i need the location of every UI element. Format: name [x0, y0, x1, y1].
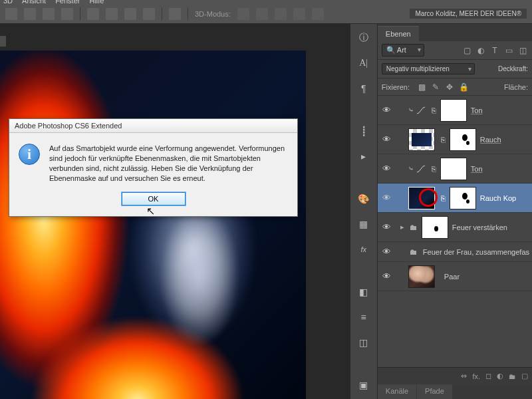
group-icon[interactable]: 🖿 [509, 372, 516, 380]
new-layer-icon[interactable]: ▢ [521, 372, 528, 380]
layer-row[interactable]: 👁 Paar [378, 262, 532, 291]
layer-name[interactable]: Rauch [480, 136, 501, 144]
character-icon[interactable]: A| [355, 55, 372, 72]
history-icon[interactable]: ▣ [355, 376, 372, 394]
layer-row[interactable]: 👁 ⎘ Rauch [378, 125, 532, 154]
link-icon[interactable]: ⎘ [430, 165, 439, 173]
layer-name[interactable]: Feuer verstärken [452, 223, 507, 231]
adjustment-icon[interactable]: ◐ [497, 372, 503, 380]
layer-mask-thumb[interactable] [450, 128, 476, 151]
folder-icon: 🖿 [408, 247, 419, 257]
distribute-icon[interactable] [87, 8, 99, 20]
layer-name[interactable]: Rauch Kop [480, 194, 516, 202]
blend-mode-dropdown[interactable]: Negativ multiplizieren [382, 63, 475, 74]
link-icon[interactable]: ⎘ [439, 136, 448, 144]
actions-icon[interactable]: ▸ [355, 148, 372, 165]
expand-icon[interactable]: ▸ [396, 223, 408, 231]
lock-all-icon[interactable]: 🔒 [458, 82, 469, 92]
options-bar: 3D-Modus: Marco Kolditz, MEER DER IDEEN® [0, 4, 532, 24]
distribute-icon[interactable] [169, 8, 181, 20]
filter-adjust-icon[interactable]: ◐ [475, 45, 486, 56]
layer-mask-thumb[interactable] [440, 99, 467, 122]
swatches-icon[interactable]: ▦ [355, 215, 372, 233]
align-icon[interactable] [24, 8, 36, 20]
layer-row[interactable]: 👁 🖿 Feuer der Frau, zusammengefas [378, 242, 532, 262]
distribute-icon[interactable] [106, 8, 118, 20]
filter-kind-dropdown[interactable]: 🔍Art [382, 44, 424, 57]
visibility-icon[interactable]: 👁 [378, 164, 396, 174]
layer-mask-thumb[interactable] [450, 187, 476, 209]
menu-3d[interactable]: 3D [3, 0, 13, 2]
mask-icon[interactable]: ◻ [485, 372, 491, 380]
layer-name[interactable]: Paar [444, 273, 460, 281]
filter-type-icon[interactable]: T [489, 45, 500, 56]
visibility-icon[interactable]: 👁 [378, 193, 396, 203]
layer-name[interactable]: Ton [471, 106, 483, 114]
layer-row[interactable]: 👁 ⤷ ⎘ Ton [378, 154, 532, 184]
layer-row[interactable]: 👁 ▸ 🖿 Feuer verstärken [378, 213, 532, 242]
link-icon[interactable]: ⎘ [430, 106, 439, 114]
lock-paint-icon[interactable]: ✎ [430, 82, 441, 92]
separator [162, 7, 162, 21]
layers-list: 👁 ⤷ ⎘ Ton 👁 ⎘ Rauch 👁 ⤷ ⎘ [378, 96, 532, 367]
layer-thumb[interactable] [408, 265, 435, 288]
info-icon[interactable]: ⓘ [355, 29, 372, 47]
bottom-tabs: Kanäle Pfade [378, 384, 532, 399]
layers-panel: Ebenen 🔍Art ▢ ◐ T ▭ ◫ Negativ multiplizi… [377, 24, 532, 399]
align-icon[interactable] [5, 8, 17, 20]
styles-icon[interactable]: fx [355, 241, 372, 258]
menu-help[interactable]: Hilfe [89, 0, 104, 2]
3d-icon[interactable] [256, 8, 268, 20]
adjustments-icon[interactable]: ◧ [355, 283, 372, 301]
filter-shape-icon[interactable]: ▭ [503, 45, 514, 56]
curves-icon [416, 165, 426, 173]
paragraph-icon[interactable]: ¶ [355, 80, 372, 97]
panel-icon[interactable]: ◫ [355, 334, 372, 351]
ok-button[interactable]: OK [122, 192, 186, 205]
align-icon[interactable] [61, 8, 73, 20]
visibility-icon[interactable]: 👁 [378, 105, 396, 115]
layer-mask-thumb[interactable] [422, 216, 448, 239]
align-icon[interactable] [43, 8, 55, 20]
swatches-icon[interactable]: 🎨 [355, 190, 372, 207]
dialog-message: Auf das Smartobjekt wurde eine Verformun… [49, 144, 288, 183]
layer-mask-thumb[interactable] [440, 158, 467, 180]
tab-channels[interactable]: Kanäle [378, 384, 416, 399]
clip-indicator-icon: ⤷ [408, 106, 414, 114]
tab-paths[interactable]: Pfade [417, 384, 452, 399]
alert-dialog: Adobe Photoshop CS6 Extended i Auf das S… [9, 118, 298, 217]
layer-row-selected[interactable]: 👁 ⎘ Rauch Kop [378, 184, 532, 213]
distribute-icon[interactable] [143, 8, 155, 20]
user-badge[interactable]: Marco Kolditz, MEER DER IDEEN® [410, 9, 527, 19]
tab-layers[interactable]: Ebenen [378, 26, 419, 41]
distribute-icon[interactable] [124, 8, 136, 20]
panel-icon[interactable]: ≡ [355, 309, 372, 326]
fx-icon[interactable]: fx. [472, 372, 480, 380]
mode-label: 3D-Modus: [195, 10, 231, 18]
opacity-label: Deckkraft: [498, 65, 528, 72]
visibility-icon[interactable]: 👁 [378, 222, 396, 232]
link-layers-icon[interactable]: ⇔ [461, 372, 467, 380]
brush-icon[interactable]: ┋ [355, 122, 372, 140]
menu-view[interactable]: Ansicht [22, 0, 46, 2]
3d-icon[interactable] [275, 8, 287, 20]
3d-icon[interactable] [237, 8, 249, 20]
layer-thumb[interactable] [408, 187, 435, 209]
layer-row[interactable]: 👁 ⤷ ⎘ Ton [378, 96, 532, 125]
layer-name[interactable]: Feuer der Frau, zusammengefas [423, 248, 529, 256]
filter-pixel-icon[interactable]: ▢ [462, 45, 472, 56]
visibility-icon[interactable]: 👁 [378, 247, 396, 257]
visibility-icon[interactable]: 👁 [378, 271, 396, 281]
layer-thumb[interactable] [408, 128, 435, 151]
layer-name[interactable]: Ton [471, 165, 483, 173]
canvas[interactable] [0, 51, 306, 399]
document-tab[interactable] [0, 36, 6, 47]
filter-smart-icon[interactable]: ◫ [517, 45, 528, 56]
link-icon[interactable]: ⎘ [439, 194, 448, 202]
3d-icon[interactable] [312, 8, 324, 20]
3d-icon[interactable] [293, 8, 305, 20]
visibility-icon[interactable]: 👁 [378, 134, 396, 144]
lock-transparency-icon[interactable]: ▩ [416, 82, 427, 92]
menu-window[interactable]: Fenster [55, 0, 80, 2]
lock-position-icon[interactable]: ✥ [444, 82, 455, 92]
